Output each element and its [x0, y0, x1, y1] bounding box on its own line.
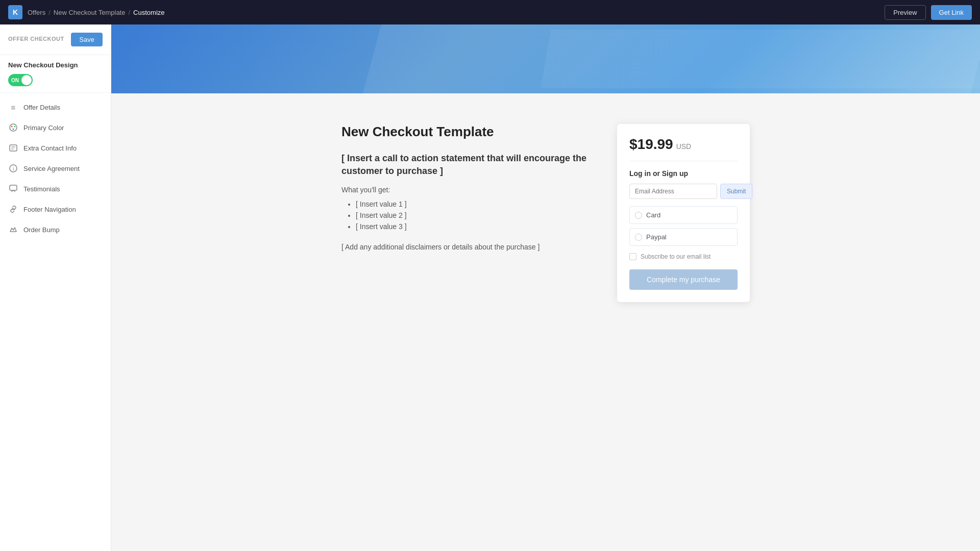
email-input[interactable]	[629, 184, 717, 199]
subscribe-row: Subscribe to our email list	[629, 253, 738, 260]
payment-paypal-label: Paypal	[646, 233, 667, 241]
save-button[interactable]: Save	[71, 33, 103, 46]
svg-point-3	[13, 129, 14, 130]
svg-point-1	[11, 126, 13, 128]
color-icon	[8, 122, 18, 133]
breadcrumb-current: Customize	[133, 9, 164, 16]
breadcrumb-sep-2: /	[128, 9, 130, 16]
design-section: New Checkout Design ON	[0, 55, 111, 93]
info-icon: i	[8, 163, 18, 173]
sidebar-item-label: Testimonials	[23, 185, 60, 193]
toggle-switch[interactable]: ON	[8, 74, 33, 86]
login-title: Log in or Sign up	[629, 169, 738, 178]
main-content: New Checkout Template [ Insert a call to…	[111, 24, 980, 551]
breadcrumb-sep-1: /	[48, 9, 51, 16]
price-row: $19.99 USD	[629, 136, 738, 161]
sidebar-item-order-bump[interactable]: Order Bump	[0, 219, 111, 240]
get-link-button[interactable]: Get Link	[931, 5, 972, 20]
payment-option-paypal[interactable]: Paypal	[629, 228, 738, 246]
sidebar-nav: ≡ Offer Details Primary Color	[0, 93, 111, 551]
svg-rect-4	[10, 145, 17, 151]
nav-right: Preview Get Link	[885, 5, 972, 20]
top-nav: K Offers / New Checkout Template / Custo…	[0, 0, 980, 24]
checkout-card: $19.99 USD Log in or Sign up Submit Card…	[617, 124, 750, 302]
sidebar-item-service-agreement[interactable]: i Service Agreement	[0, 158, 111, 179]
svg-point-0	[10, 124, 17, 131]
complete-purchase-button[interactable]: Complete my purchase	[629, 269, 738, 290]
sidebar-header: OFFER CHECKOUT Save	[0, 24, 111, 55]
sidebar-item-label: Extra Contact Info	[23, 144, 77, 152]
app-layout: OFFER CHECKOUT Save New Checkout Design …	[0, 0, 980, 551]
offer-checkout-label: OFFER CHECKOUT	[8, 36, 64, 42]
logo-icon: K	[8, 5, 22, 19]
sidebar-item-offer-details[interactable]: ≡ Offer Details	[0, 97, 111, 117]
breadcrumb: Offers / New Checkout Template / Customi…	[28, 9, 165, 16]
svg-text:i: i	[13, 166, 14, 171]
list-icon: ≡	[8, 102, 18, 112]
checkout-area: New Checkout Template [ Insert a call to…	[111, 93, 980, 551]
toggle-label: ON	[11, 78, 19, 83]
payment-card-label: Card	[646, 211, 660, 219]
checkout-subtitle: What you'll get:	[341, 186, 597, 194]
breadcrumb-template[interactable]: New Checkout Template	[54, 9, 126, 16]
svg-rect-9	[10, 185, 17, 190]
subscribe-label: Subscribe to our email list	[641, 253, 710, 260]
checkout-cta: [ Insert a call to action statement that…	[341, 152, 597, 178]
checkout-disclaimer: [ Add any additional disclaimers or deta…	[341, 243, 597, 251]
sidebar-item-testimonials[interactable]: Testimonials	[0, 179, 111, 199]
price-currency: USD	[676, 142, 692, 151]
checkout-list: [ Insert value 1 ] [ Insert value 2 ] [ …	[341, 200, 597, 231]
payment-option-card[interactable]: Card	[629, 206, 738, 224]
list-item: [ Insert value 2 ]	[356, 211, 597, 219]
subscribe-checkbox[interactable]	[629, 253, 636, 260]
sidebar-item-label: Primary Color	[23, 124, 64, 132]
sidebar-item-extra-contact[interactable]: Extra Contact Info	[0, 138, 111, 158]
list-item: [ Insert value 1 ]	[356, 200, 597, 208]
sidebar: OFFER CHECKOUT Save New Checkout Design …	[0, 24, 111, 551]
hero-banner	[111, 24, 980, 93]
sidebar-item-label: Footer Navigation	[23, 206, 76, 213]
breadcrumb-offers[interactable]: Offers	[28, 9, 45, 16]
design-label: New Checkout Design	[8, 61, 103, 69]
contact-icon	[8, 143, 18, 153]
list-item: [ Insert value 3 ]	[356, 222, 597, 231]
nav-left: K Offers / New Checkout Template / Custo…	[8, 5, 165, 19]
price-amount: $19.99	[629, 136, 673, 153]
checkout-title: New Checkout Template	[341, 124, 597, 140]
radio-card	[635, 212, 642, 219]
email-row: Submit	[629, 184, 738, 199]
order-bump-icon	[8, 224, 18, 235]
sidebar-item-primary-color[interactable]: Primary Color	[0, 117, 111, 138]
sidebar-item-label: Order Bump	[23, 226, 60, 234]
svg-point-2	[14, 126, 16, 128]
sidebar-section-label: OFFER CHECKOUT	[8, 36, 64, 44]
checkout-left: New Checkout Template [ Insert a call to…	[341, 124, 597, 251]
sidebar-item-label: Offer Details	[23, 104, 60, 111]
sidebar-item-footer-navigation[interactable]: Footer Navigation	[0, 199, 111, 219]
testimonial-icon	[8, 184, 18, 194]
toggle-knob	[21, 75, 32, 85]
preview-button[interactable]: Preview	[885, 5, 925, 20]
submit-button[interactable]: Submit	[720, 184, 752, 199]
link-icon	[8, 204, 18, 214]
sidebar-item-label: Service Agreement	[23, 165, 80, 172]
radio-paypal	[635, 234, 642, 241]
